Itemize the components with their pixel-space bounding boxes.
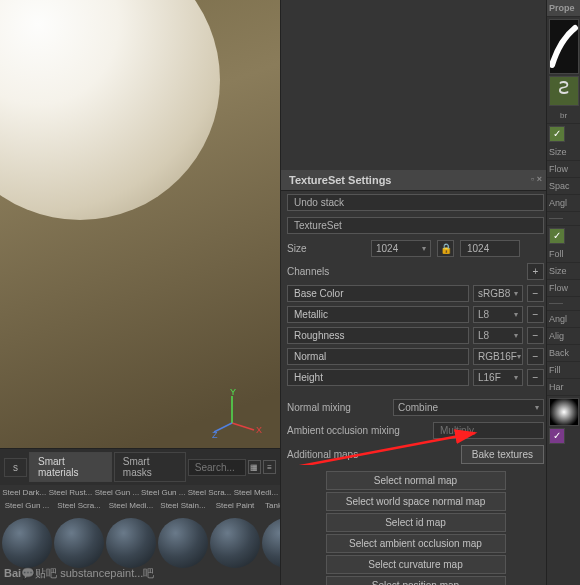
additional-maps-label: Additional maps <box>287 449 397 460</box>
fr-label-11: Back <box>547 345 580 362</box>
fr-label-8 <box>547 297 580 311</box>
channels-label: Channels <box>287 266 521 277</box>
map-button-5[interactable]: Select position map <box>326 576 506 585</box>
channel-del-2[interactable]: − <box>527 327 544 344</box>
shelf-item-3[interactable]: Steel Stain... <box>158 501 208 568</box>
watermark: Bai💬贴吧 substancepaint...吧 <box>4 566 154 581</box>
panel-header-icons[interactable]: ▫ × <box>531 174 542 186</box>
map-button-4[interactable]: Select curvature map <box>326 555 506 574</box>
size-locked-field: 1024 <box>460 240 520 257</box>
fr-label-5: Foll <box>547 246 580 263</box>
svg-line-0 <box>232 423 254 430</box>
material-thumb <box>158 518 208 568</box>
shelf-panel: s Smart materials Smart masks ▦ ≡ Steel … <box>0 448 280 585</box>
svg-text:X: X <box>256 425 262 435</box>
shelf-item-4[interactable]: Steel Paint <box>210 501 260 568</box>
shelf-label-0: Steel Dark... <box>2 488 46 497</box>
brush-mode-icon[interactable]: Ƨ <box>549 76 579 106</box>
bake-textures-button[interactable]: Bake textures <box>461 445 544 464</box>
channel-fmt-0[interactable]: sRGB8▾ <box>473 285 523 302</box>
channel-fmt-3[interactable]: RGB16F▾ <box>473 348 523 365</box>
size-lock-icon[interactable]: 🔒 <box>437 240 454 257</box>
material-thumb <box>2 518 52 568</box>
undo-stack-field[interactable]: Undo stack <box>287 194 544 211</box>
shelf-label-1: Steel Rust... <box>48 488 92 497</box>
sphere-preview <box>0 0 220 220</box>
shelf-grid-icon[interactable]: ▦ <box>248 460 261 474</box>
channel-name-4[interactable]: Height <box>287 369 469 386</box>
fr-label-10: Alig <box>547 328 580 345</box>
svg-text:Y: Y <box>230 388 236 397</box>
normal-mixing-label: Normal mixing <box>287 402 387 413</box>
shelf-item-0[interactable]: Steel Gun ... <box>2 501 52 568</box>
tab-prev[interactable]: s <box>4 458 27 477</box>
shelf-item-2[interactable]: Steel Medi... <box>106 501 156 568</box>
size-dropdown[interactable]: 1024▾ <box>371 240 431 257</box>
viewport-3d[interactable]: X Y Z <box>0 0 280 448</box>
shelf-label-4: Steel Scra... <box>187 488 231 497</box>
shelf-item-1[interactable]: Steel Scra... <box>54 501 104 568</box>
svg-text:Z: Z <box>212 430 218 438</box>
map-button-0[interactable]: Select normal map <box>326 471 506 490</box>
material-thumb <box>262 518 280 568</box>
channel-fmt-1[interactable]: L8▾ <box>473 306 523 323</box>
channel-fmt-4[interactable]: L16F▾ <box>473 369 523 386</box>
tab-smart-masks[interactable]: Smart masks <box>114 452 186 482</box>
textureset-header: TextureSet Settings ▫ × <box>281 170 550 191</box>
material-thumb <box>210 518 260 568</box>
fr-label-4 <box>547 212 580 226</box>
brush-preview-icon <box>549 19 579 74</box>
fr-label-13: Har <box>547 379 580 396</box>
add-channel-button[interactable]: + <box>527 263 544 280</box>
fr-label-1: Flow <box>547 161 580 178</box>
channel-name-3[interactable]: Normal <box>287 348 469 365</box>
material-thumb <box>54 518 104 568</box>
shelf-label-2: Steel Gun ... <box>95 488 139 497</box>
fr-label-12: Fill <box>547 362 580 379</box>
ao-mixing-field: Multiply <box>433 422 544 439</box>
shelf-label-3: Steel Gun ... <box>141 488 185 497</box>
properties-header: Prope <box>547 0 580 17</box>
channel-del-0[interactable]: − <box>527 285 544 302</box>
fr-label-2: Spac <box>547 178 580 195</box>
check-1[interactable]: ✓ <box>549 126 565 142</box>
ao-mixing-label: Ambient occlusion mixing <box>287 425 427 436</box>
channel-name-1[interactable]: Metallic <box>287 306 469 323</box>
fr-label-3: Angl <box>547 195 580 212</box>
tab-smart-materials[interactable]: Smart materials <box>29 452 112 482</box>
shelf-search-input[interactable] <box>188 459 246 476</box>
shelf-label-5: Steel Medi... <box>234 488 278 497</box>
fr-label-6: Size <box>547 263 580 280</box>
fr-label-0: Size <box>547 144 580 161</box>
check-3[interactable]: ✓ <box>549 428 565 444</box>
map-button-1[interactable]: Select world space normal map <box>326 492 506 511</box>
check-2[interactable]: ✓ <box>549 228 565 244</box>
material-thumb <box>106 518 156 568</box>
panel-right: TextureSet Settings ▫ × Undo stack Textu… <box>280 0 550 585</box>
shelf-item-5[interactable]: Tank Paint... <box>262 501 280 568</box>
channel-fmt-2[interactable]: L8▾ <box>473 327 523 344</box>
textureset-title: TextureSet Settings <box>289 174 392 186</box>
fr-label-9: Angl <box>547 311 580 328</box>
fr-label-7: Flow <box>547 280 580 297</box>
far-right-panel: Prope Ƨ br ✓ SizeFlowSpacAngl✓FollSizeFl… <box>546 0 580 585</box>
size-label: Size <box>287 243 365 254</box>
map-button-2[interactable]: Select id map <box>326 513 506 532</box>
shelf-list-icon[interactable]: ≡ <box>263 460 276 474</box>
normal-mixing-dropdown[interactable]: Combine▾ <box>393 399 544 416</box>
channel-name-0[interactable]: Base Color <box>287 285 469 302</box>
channel-del-4[interactable]: − <box>527 369 544 386</box>
fr-brush-icon[interactable] <box>549 398 579 426</box>
shelf-tabs: s Smart materials Smart masks ▦ ≡ <box>0 449 280 485</box>
axis-gizmo: X Y Z <box>212 388 262 438</box>
channel-del-1[interactable]: − <box>527 306 544 323</box>
map-button-3[interactable]: Select ambient occlusion map <box>326 534 506 553</box>
channel-del-3[interactable]: − <box>527 348 544 365</box>
channel-name-2[interactable]: Roughness <box>287 327 469 344</box>
textureset-name-field[interactable]: TextureSet <box>287 217 544 234</box>
